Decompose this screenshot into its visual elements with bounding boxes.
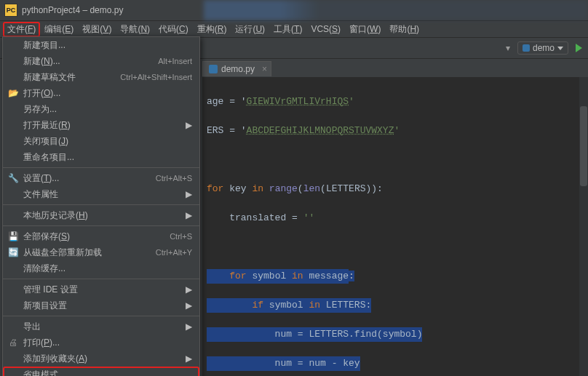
ide-window: PC pythonProject4 – demo.py 文件(F) 编辑(E) … bbox=[0, 0, 588, 376]
menu-item-label: 打印(P)... bbox=[23, 337, 60, 349]
menu-shortcut: Ctrl+Alt+Shift+Insert bbox=[120, 73, 192, 81]
menu-item-label: 全部保存(S) bbox=[23, 231, 70, 243]
app-icon: PC bbox=[4, 4, 17, 17]
menu-code[interactable]: 代码(C) bbox=[154, 22, 193, 37]
menu-item[interactable]: 另存为... bbox=[3, 101, 199, 117]
submenu-arrow-icon: ▶ bbox=[186, 353, 192, 364]
menu-separator bbox=[3, 204, 199, 205]
menu-item[interactable]: 关闭项目(J) bbox=[3, 133, 199, 149]
menu-run[interactable]: 运行(U) bbox=[231, 22, 269, 37]
menu-item[interactable]: 文件属性▶ bbox=[3, 186, 199, 202]
submenu-arrow-icon: ▶ bbox=[186, 210, 192, 220]
menu-item-label: 新建(N)... bbox=[23, 55, 60, 68]
run-config-name: demo bbox=[533, 43, 555, 53]
menu-item-label: 清除缓存... bbox=[23, 263, 65, 275]
menu-separator bbox=[3, 279, 199, 279]
editor-tabs: demo.py × bbox=[202, 60, 271, 77]
menu-item-icon: 🔄 bbox=[7, 247, 19, 258]
menu-shortcut: Ctrl+S bbox=[170, 232, 192, 241]
menu-item-label: 本地历史记录(H) bbox=[23, 209, 88, 222]
menu-vcs[interactable]: VCS(S) bbox=[306, 23, 345, 36]
menu-item[interactable]: 添加到收藏夹(A)▶ bbox=[3, 351, 199, 367]
submenu-arrow-icon: ▶ bbox=[186, 189, 192, 199]
run-button[interactable] bbox=[576, 44, 582, 52]
python-file-icon bbox=[523, 44, 530, 52]
menubar: 文件(F) 编辑(E) 视图(V) 导航(N) 代码(C) 重构(R) 运行(U… bbox=[0, 21, 588, 38]
submenu-arrow-icon: ▶ bbox=[186, 120, 192, 130]
menu-item[interactable]: 导出▶ bbox=[3, 319, 199, 335]
menu-item-label: 重命名项目... bbox=[23, 151, 74, 164]
window-title: pythonProject4 – demo.py bbox=[22, 5, 123, 15]
menu-item[interactable]: 📂打开(O)... bbox=[3, 85, 199, 101]
menu-item[interactable]: 重命名项目... bbox=[3, 149, 199, 165]
menu-separator bbox=[3, 225, 199, 226]
menu-separator bbox=[3, 167, 199, 168]
run-config-selector[interactable]: demo bbox=[517, 41, 568, 55]
scrollbar-thumb[interactable] bbox=[580, 106, 587, 186]
menu-navigate[interactable]: 导航(N) bbox=[116, 22, 154, 37]
menu-item[interactable]: 新项目设置▶ bbox=[3, 297, 199, 313]
menu-item-label: 设置(T)... bbox=[23, 172, 59, 185]
build-icon[interactable]: ▾ bbox=[506, 43, 510, 53]
menu-item[interactable]: 新建(N)...Alt+Insert bbox=[3, 53, 199, 69]
submenu-arrow-icon: ▶ bbox=[186, 284, 192, 295]
submenu-arrow-icon: ▶ bbox=[186, 300, 192, 311]
menu-item[interactable]: 清除缓存... bbox=[3, 260, 199, 276]
menu-shortcut: Ctrl+Alt+S bbox=[156, 174, 192, 183]
menu-item[interactable]: 🔧设置(T)...Ctrl+Alt+S bbox=[3, 170, 199, 186]
menu-window[interactable]: 窗口(W) bbox=[345, 22, 385, 37]
menu-item[interactable]: 省电模式 bbox=[3, 367, 199, 376]
menu-item-label: 文件属性 bbox=[23, 188, 58, 201]
menu-item[interactable]: 新建草稿文件Ctrl+Alt+Shift+Insert bbox=[3, 69, 199, 85]
menu-refactor[interactable]: 重构(R) bbox=[193, 22, 231, 37]
editor-tab-demo[interactable]: demo.py × bbox=[202, 61, 271, 76]
blurred-background bbox=[204, 0, 588, 20]
menu-item[interactable]: 打开最近(R)▶ bbox=[3, 117, 199, 133]
menu-item-label: 关闭项目(J) bbox=[23, 135, 68, 148]
close-icon[interactable]: × bbox=[262, 64, 267, 74]
menu-item[interactable]: 管理 IDE 设置▶ bbox=[3, 281, 199, 297]
python-file-icon bbox=[209, 65, 218, 73]
menu-item-label: 打开最近(R) bbox=[23, 119, 71, 132]
menu-item-label: 另存为... bbox=[23, 103, 57, 116]
menu-item[interactable]: 💾全部保存(S)Ctrl+S bbox=[3, 228, 199, 244]
menu-item[interactable]: 本地历史记录(H)▶ bbox=[3, 207, 199, 223]
menu-item-label: 导出 bbox=[23, 321, 41, 333]
menu-view[interactable]: 视图(V) bbox=[78, 22, 116, 37]
menu-item-label: 管理 IDE 设置 bbox=[23, 284, 78, 296]
menu-edit[interactable]: 编辑(E) bbox=[40, 22, 78, 37]
menu-item-icon: 🔧 bbox=[7, 172, 19, 184]
menu-file[interactable]: 文件(F) bbox=[3, 22, 40, 37]
tab-label: demo.py bbox=[221, 64, 255, 74]
menu-item[interactable]: 🔄从磁盘全部重新加载Ctrl+Alt+Y bbox=[3, 244, 199, 260]
code-editor[interactable]: age = 'GIEWIVrGMTLIVrHIQS' ERS = 'ABCDEF… bbox=[202, 77, 588, 376]
menu-shortcut: Alt+Insert bbox=[158, 57, 192, 65]
menu-item-label: 新项目设置 bbox=[23, 300, 67, 312]
editor-scrollbar[interactable] bbox=[579, 77, 588, 376]
file-menu-dropdown: 新建项目...新建(N)...Alt+Insert新建草稿文件Ctrl+Alt+… bbox=[2, 36, 200, 376]
menu-tools[interactable]: 工具(T) bbox=[269, 22, 306, 37]
chevron-down-icon bbox=[557, 47, 563, 50]
menu-item-icon: 💾 bbox=[7, 231, 19, 242]
menu-shortcut: Ctrl+Alt+Y bbox=[156, 248, 192, 257]
menu-item[interactable]: 🖨打印(P)... bbox=[3, 335, 199, 351]
menu-item-icon: 🖨 bbox=[7, 337, 19, 348]
menu-item-label: 新建草稿文件 bbox=[23, 71, 76, 84]
menu-item-label: 打开(O)... bbox=[23, 87, 60, 100]
menu-item-label: 添加到收藏夹(A) bbox=[23, 353, 87, 365]
menu-item-icon: 📂 bbox=[7, 87, 19, 99]
menu-item-label: 从磁盘全部重新加载 bbox=[23, 247, 102, 259]
menu-help[interactable]: 帮助(H) bbox=[385, 22, 424, 37]
submenu-arrow-icon: ▶ bbox=[186, 321, 192, 332]
menu-item-label: 省电模式 bbox=[23, 369, 58, 377]
menu-item-label: 新建项目... bbox=[23, 39, 65, 52]
menu-item[interactable]: 新建项目... bbox=[3, 37, 199, 53]
menu-separator bbox=[3, 316, 199, 316]
